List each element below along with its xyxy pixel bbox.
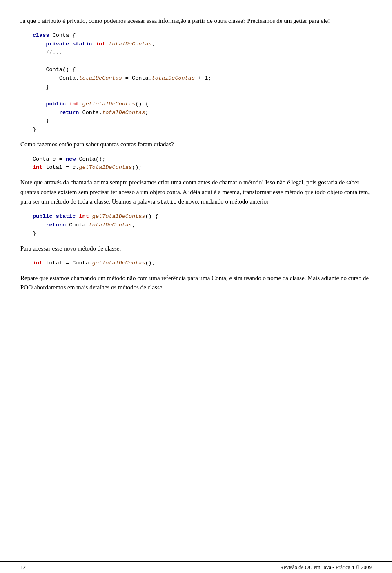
return-value-1: Conta.totalDeContas; (82, 110, 149, 116)
text-4: Para acessar esse novo método de classe: (20, 244, 372, 253)
method-getTotalDeContas: getTotalDeContas (82, 101, 136, 107)
kw-return-1: return (59, 110, 79, 116)
total-c-line: total = c.getTotalDeContas(); (42, 164, 142, 170)
comment-1: //... (46, 49, 62, 56)
close-method-2: } (33, 231, 36, 237)
code-block-2: Conta c = new Conta(); int total = c.get… (33, 155, 372, 172)
class-name: Conta { (53, 32, 76, 38)
footer-bar: 12 Revisão de OO em Java - Prática 4 © 2… (0, 561, 392, 573)
text-5: Repare que estamos chamando um método nã… (20, 273, 372, 293)
kw-static-2: static (56, 213, 76, 219)
intro-question: Já que o atributo é privado, como podemo… (20, 16, 372, 26)
code-block-1: class Conta { private static int totalDe… (33, 31, 372, 134)
close-method-1: } (46, 118, 49, 124)
text-2-3: Note que através da chamada acima sempre… (20, 178, 372, 206)
kw-int-2: int (69, 101, 79, 107)
method-getTotalDeContas-2: getTotalDeContas (92, 213, 145, 219)
kw-int-4: int (79, 213, 89, 219)
kw-class: class (33, 32, 49, 38)
close-class: } (33, 126, 36, 132)
assignment-line: Conta.totalDeContas = Conta.totalDeConta… (59, 75, 212, 81)
page-number: 12 (20, 564, 26, 571)
page-container: Já que o atributo é privado, como podemo… (0, 0, 392, 573)
constructor-sig: Conta() { (46, 67, 76, 73)
kw-int-3: int (33, 164, 42, 170)
text-1: Como fazemos então para saber quantas co… (20, 140, 372, 149)
field-totalDeContas: totalDeContas (109, 41, 151, 47)
total-conta-line: total = Conta.getTotalDeContas(); (42, 260, 155, 266)
code-block-3: public static int getTotalDeContas() { r… (33, 213, 372, 238)
method-paren-1: () { (135, 101, 148, 107)
semicolon-1: ; (152, 41, 155, 47)
code-block-4: int total = Conta.getTotalDeContas(); (33, 259, 372, 268)
kw-public-1: public (46, 101, 66, 107)
main-content: Já que o atributo é privado, como podemo… (20, 16, 372, 292)
return-value-2: Conta.totalDeContas; (69, 222, 135, 228)
kw-static-1: static (72, 41, 92, 47)
footer-title: Revisão de OO em Java - Prática 4 © 2009 (280, 564, 372, 571)
method-paren-2: () { (145, 213, 158, 219)
conta-c-line: Conta c = new Conta(); (33, 156, 105, 162)
inline-static: static (157, 199, 177, 205)
kw-public-2: public (33, 213, 53, 219)
kw-int-1: int (96, 41, 105, 47)
kw-int-5: int (33, 260, 42, 266)
kw-private: private (46, 41, 69, 47)
kw-return-2: return (46, 222, 66, 228)
close-constructor: } (46, 84, 49, 90)
